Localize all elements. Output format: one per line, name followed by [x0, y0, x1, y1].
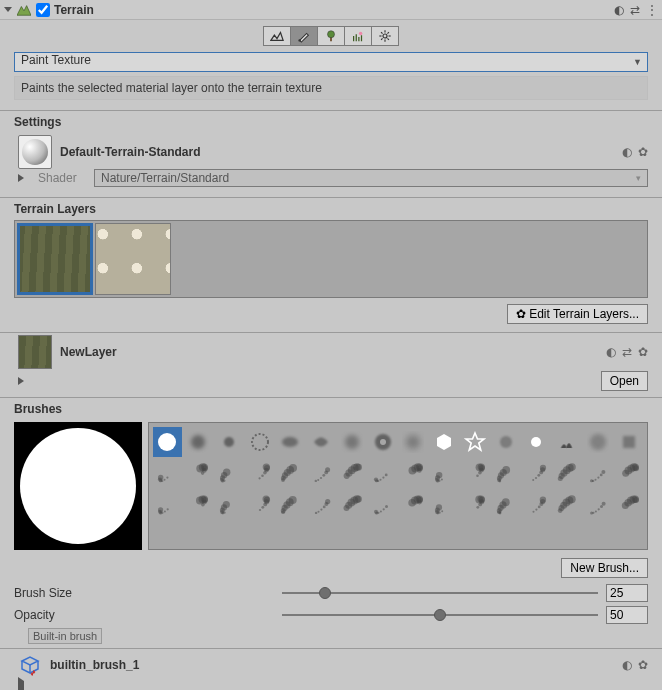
- brush-tile[interactable]: [245, 427, 274, 457]
- brush-tile[interactable]: [368, 459, 397, 489]
- brush-tile[interactable]: [307, 491, 336, 521]
- brush-tile[interactable]: [307, 427, 336, 457]
- svg-point-179: [441, 510, 443, 512]
- gear-icon[interactable]: ✿: [638, 345, 648, 359]
- foldout-toggle[interactable]: [4, 7, 12, 12]
- brush-tile[interactable]: [368, 427, 397, 457]
- brush-tile[interactable]: [307, 459, 336, 489]
- shader-value: Nature/Terrain/Standard: [101, 171, 229, 185]
- brush-tile[interactable]: [522, 427, 551, 457]
- paint-mode-dropdown[interactable]: Paint Texture ▼: [14, 52, 648, 72]
- svg-point-136: [201, 503, 205, 507]
- brush-tile[interactable]: [430, 459, 459, 489]
- brush-tile[interactable]: [430, 427, 459, 457]
- brush-tile[interactable]: [461, 491, 490, 521]
- brush-size-field[interactable]: [606, 584, 648, 602]
- svg-point-113: [601, 470, 605, 474]
- brush-tile[interactable]: [276, 459, 305, 489]
- help-icon[interactable]: ◐: [606, 345, 616, 359]
- brush-tile[interactable]: [215, 427, 244, 457]
- brush-tile[interactable]: [461, 459, 490, 489]
- brush-size-slider[interactable]: [282, 591, 598, 595]
- gear-icon[interactable]: ✿: [638, 658, 648, 672]
- brush-object-foldout[interactable]: [18, 677, 24, 690]
- svg-point-94: [476, 474, 479, 477]
- brush-tile[interactable]: [614, 491, 643, 521]
- enable-checkbox[interactable]: [36, 3, 50, 17]
- brush-tile[interactable]: [184, 491, 213, 521]
- brush-tile[interactable]: [553, 491, 582, 521]
- brush-tile[interactable]: [522, 491, 551, 521]
- brush-tile[interactable]: [584, 491, 613, 521]
- brush-tile[interactable]: [584, 427, 613, 457]
- layer-foldout[interactable]: [18, 377, 24, 385]
- svg-point-64: [315, 480, 317, 482]
- svg-line-12: [387, 32, 388, 33]
- brush-tile[interactable]: [461, 427, 490, 457]
- opacity-field[interactable]: [606, 606, 648, 624]
- brush-tile[interactable]: [153, 459, 182, 489]
- brush-tile[interactable]: [276, 427, 305, 457]
- paint-mode-value: Paint Texture: [14, 52, 648, 72]
- brush-tile[interactable]: [184, 459, 213, 489]
- material-thumbnail[interactable]: [18, 135, 52, 169]
- svg-point-157: [323, 506, 326, 509]
- svg-point-27: [590, 434, 606, 450]
- brush-preview: [14, 422, 142, 550]
- brush-tile[interactable]: [184, 427, 213, 457]
- help-icon[interactable]: ◐: [614, 3, 624, 17]
- brush-tile[interactable]: [584, 459, 613, 489]
- component-header: Terrain ◐ ⇄ ⋮: [0, 0, 662, 20]
- brush-tile[interactable]: [614, 459, 643, 489]
- brush-tile[interactable]: [368, 491, 397, 521]
- opacity-row: Opacity: [0, 604, 662, 626]
- brush-tile[interactable]: [399, 491, 428, 521]
- terrain-layer-tile[interactable]: [95, 223, 171, 295]
- presets-icon[interactable]: ⇄: [622, 345, 632, 359]
- brush-tile[interactable]: [553, 459, 582, 489]
- context-menu-icon[interactable]: ⋮: [646, 3, 658, 17]
- brush-tile[interactable]: [338, 491, 367, 521]
- brush-tile[interactable]: [430, 491, 459, 521]
- terrain-settings-tool-button[interactable]: [371, 26, 399, 46]
- brush-tile[interactable]: [153, 427, 182, 457]
- brush-object-name: builtin_brush_1: [50, 658, 622, 672]
- brush-tile[interactable]: [399, 427, 428, 457]
- brush-tile[interactable]: [614, 427, 643, 457]
- brush-tile[interactable]: [338, 427, 367, 457]
- material-foldout[interactable]: [18, 174, 24, 182]
- opacity-label: Opacity: [14, 608, 274, 622]
- svg-point-172: [374, 510, 378, 514]
- shader-dropdown[interactable]: Nature/Terrain/Standard ▾: [94, 169, 648, 187]
- gear-icon[interactable]: ✿: [638, 145, 648, 159]
- paint-details-tool-button[interactable]: [344, 26, 372, 46]
- new-brush-button[interactable]: New Brush...: [561, 558, 648, 578]
- paint-trees-tool-button[interactable]: [317, 26, 345, 46]
- brush-size-label: Brush Size: [14, 586, 274, 600]
- brush-tile[interactable]: [276, 491, 305, 521]
- brush-tile[interactable]: [491, 459, 520, 489]
- brush-tile[interactable]: [553, 427, 582, 457]
- brush-tile[interactable]: [245, 459, 274, 489]
- brush-tile[interactable]: [215, 459, 244, 489]
- brush-tile[interactable]: [338, 459, 367, 489]
- sculpt-tool-button[interactable]: [263, 26, 291, 46]
- brush-tile[interactable]: [153, 491, 182, 521]
- svg-point-22: [406, 435, 420, 449]
- edit-terrain-layers-button[interactable]: ✿ Edit Terrain Layers...: [507, 304, 648, 324]
- terrain-layer-tile[interactable]: [17, 223, 93, 295]
- opacity-slider[interactable]: [282, 613, 598, 617]
- layer-thumbnail[interactable]: [18, 335, 52, 369]
- brush-tile[interactable]: [491, 427, 520, 457]
- paint-texture-tool-button[interactable]: [290, 26, 318, 46]
- help-icon[interactable]: ◐: [622, 145, 632, 159]
- help-icon[interactable]: ◐: [622, 658, 632, 672]
- brush-tile[interactable]: [215, 491, 244, 521]
- material-row: Default-Terrain-Standard ◐ ✿: [0, 133, 662, 169]
- brush-tile[interactable]: [491, 491, 520, 521]
- brush-tile[interactable]: [522, 459, 551, 489]
- brush-tile[interactable]: [399, 459, 428, 489]
- open-layer-button[interactable]: Open: [601, 371, 648, 391]
- brush-tile[interactable]: [245, 491, 274, 521]
- presets-icon[interactable]: ⇄: [630, 3, 640, 17]
